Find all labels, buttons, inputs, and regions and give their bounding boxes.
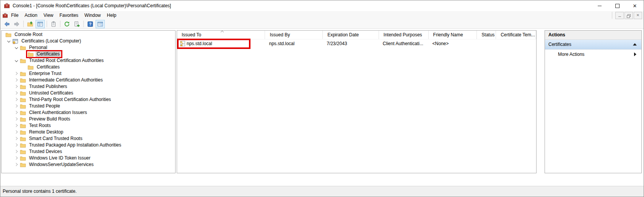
tree-item-label[interactable]: Client Authentication Issuers <box>28 110 88 116</box>
show-hide-console-tree-button[interactable] <box>36 20 45 28</box>
menu-favorites[interactable]: Favorites <box>57 11 81 20</box>
tree-item-label[interactable]: Trusted Publishers <box>28 84 68 90</box>
tree-item[interactable]: Trusted Publishers <box>2 83 175 90</box>
tree-item[interactable]: Trusted People <box>2 103 175 109</box>
tree-item[interactable]: Trusted Root Certification Authorities <box>2 57 175 64</box>
chevron-collapsed-icon[interactable] <box>14 142 19 148</box>
tree-chevron-icon[interactable] <box>21 51 27 57</box>
tree-item-label[interactable]: Trusted Devices <box>28 149 63 155</box>
tree-item[interactable]: Untrusted Certificates <box>2 90 175 96</box>
chevron-collapsed-icon[interactable] <box>14 129 19 135</box>
export-list-button[interactable] <box>72 20 81 28</box>
chevron-collapsed-icon[interactable] <box>14 70 19 77</box>
forward-button[interactable] <box>12 20 21 28</box>
chevron-collapsed-icon[interactable] <box>14 161 19 168</box>
tree-item-label[interactable]: Test Roots <box>28 123 52 129</box>
chevron-collapsed-icon[interactable] <box>14 109 19 116</box>
tree-item[interactable]: Test Roots <box>2 122 175 129</box>
maximize-button[interactable] <box>608 0 626 11</box>
tree-item[interactable]: WindowsServerUpdateServices <box>2 161 175 168</box>
chevron-collapsed-icon[interactable] <box>14 135 19 142</box>
tree-item[interactable]: Client Authentication Issuers <box>2 109 175 116</box>
tree-item-label[interactable]: Smart Card Trusted Roots <box>28 136 83 142</box>
tree-item[interactable]: Trusted Packaged App Installation Author… <box>2 142 175 148</box>
menu-help[interactable]: Help <box>104 11 120 20</box>
tree-item[interactable]: Personal <box>2 44 175 51</box>
tree-item-content[interactable]: Windows Live ID Token Issuer <box>19 155 93 161</box>
tree-item[interactable]: Certificates (Local Computer) <box>2 38 175 44</box>
tree-item-label[interactable]: Third-Party Root Certification Authoriti… <box>28 97 112 103</box>
chevron-collapsed-icon[interactable] <box>14 155 19 161</box>
tree-item-label[interactable]: Console Root <box>13 32 44 37</box>
tree-item-content[interactable]: Preview Build Roots <box>19 116 72 122</box>
tree-item-label[interactable]: WindowsServerUpdateServices <box>28 162 95 168</box>
tree-chevron-icon[interactable] <box>21 64 27 70</box>
tree-item-label[interactable]: Trusted Root Certification Authorities <box>28 58 105 63</box>
tree-item-content[interactable]: Untrusted Certificates <box>19 90 75 96</box>
chevron-collapsed-icon[interactable] <box>14 148 19 155</box>
tree-item-content[interactable]: Third-Party Root Certification Authoriti… <box>19 96 113 103</box>
tree-item-label[interactable]: Untrusted Certificates <box>28 90 74 96</box>
tree-item-label[interactable]: Trusted Packaged App Installation Author… <box>28 142 122 148</box>
tree-item[interactable]: Console Root <box>2 31 175 38</box>
tree-item-label[interactable]: Certificates (Local Computer) <box>20 38 82 44</box>
tree-item[interactable]: Preview Build Roots <box>2 116 175 122</box>
tree-item-content[interactable]: Enterprise Trust <box>19 70 63 77</box>
tree-item-content[interactable]: Trusted Devices <box>19 148 64 155</box>
properties-button[interactable] <box>49 20 58 28</box>
column-header[interactable]: Intended Purposes <box>379 31 429 39</box>
help-button[interactable]: ? <box>86 20 95 28</box>
child-restore-button[interactable] <box>624 12 633 19</box>
tree-item-content[interactable]: Remote Desktop <box>19 129 65 135</box>
tree-item-content[interactable]: Console Root <box>5 31 44 38</box>
tree-item-content[interactable]: Smart Card Trusted Roots <box>19 135 84 142</box>
collapse-group-icon[interactable] <box>633 43 637 46</box>
show-hide-action-pane-button[interactable] <box>96 20 105 28</box>
chevron-collapsed-icon[interactable] <box>14 96 19 103</box>
tree-item-content[interactable]: Client Authentication Issuers <box>19 109 89 116</box>
menu-action[interactable]: Action <box>21 11 40 20</box>
tree-item-content[interactable]: Certificates (Local Computer) <box>11 38 83 44</box>
tree-item-label[interactable]: Preview Build Roots <box>28 116 71 122</box>
tree-item-content[interactable]: Trusted Publishers <box>19 83 69 90</box>
tree-item[interactable]: Enterprise Trust <box>2 70 175 77</box>
tree-item-content[interactable]: Trusted People <box>19 103 62 109</box>
tree-item-label[interactable]: Remote Desktop <box>28 129 64 135</box>
chevron-collapsed-icon[interactable] <box>14 90 19 96</box>
tree-item-label[interactable]: Certificates <box>36 64 61 70</box>
tree-item[interactable]: Remote Desktop <box>2 129 175 135</box>
tree-item[interactable]: Certificates <box>2 64 175 70</box>
tree-item-content[interactable]: Trusted Packaged App Installation Author… <box>19 142 123 148</box>
column-header[interactable]: Friendly Name <box>429 31 477 39</box>
tree-item[interactable]: Intermediate Certification Authorities <box>2 77 175 83</box>
tree-item-label[interactable]: Enterprise Trust <box>28 71 63 77</box>
window-titlebar[interactable]: Console1 - [Console Root\Certificates (L… <box>0 0 644 11</box>
tree-item-content[interactable]: Certificates <box>27 64 62 70</box>
actions-group-certificates[interactable]: Certificates <box>545 40 641 50</box>
tree-item-content[interactable]: Personal <box>19 44 49 51</box>
tree-item[interactable]: Trusted Devices <box>2 148 175 155</box>
chevron-collapsed-icon[interactable] <box>14 83 19 90</box>
menu-view[interactable]: View <box>41 11 57 20</box>
tree-item[interactable]: Third-Party Root Certification Authoriti… <box>2 96 175 103</box>
tree-item-content[interactable]: WindowsServerUpdateServices <box>19 161 96 168</box>
column-header[interactable]: Expiration Date <box>323 31 379 39</box>
child-close-button[interactable]: ✕ <box>634 12 642 19</box>
tree-item-label[interactable]: Certificates <box>36 51 61 57</box>
refresh-button[interactable] <box>62 20 72 28</box>
column-header[interactable]: Certificate Tem... <box>496 31 536 39</box>
chevron-expanded-icon[interactable] <box>14 44 19 51</box>
chevron-collapsed-icon[interactable] <box>14 122 19 129</box>
tree-item-label[interactable]: Trusted People <box>28 103 61 109</box>
tree-item-content[interactable]: Certificates <box>27 51 62 57</box>
tree-item-content[interactable]: Test Roots <box>19 122 53 129</box>
chevron-expanded-icon[interactable] <box>6 38 11 44</box>
tree-item-label[interactable]: Windows Live ID Token Issuer <box>28 155 92 161</box>
chevron-collapsed-icon[interactable] <box>14 116 19 122</box>
minimize-button[interactable] <box>591 0 608 11</box>
tree-item-content[interactable]: Trusted Root Certification Authorities <box>19 57 106 64</box>
tree-item-content[interactable]: Intermediate Certification Authorities <box>19 77 105 83</box>
column-header[interactable]: Status <box>477 31 496 39</box>
list-row[interactable]: nps.std.local nps.std.local 7/23/2043 Cl… <box>177 39 536 48</box>
close-button[interactable]: ✕ <box>626 0 644 11</box>
